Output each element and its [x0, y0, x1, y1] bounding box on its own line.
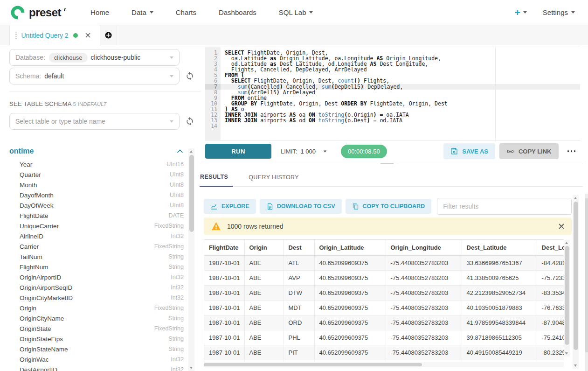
table-cell: -87.90480 — [537, 315, 564, 330]
column-header[interactable]: Origin_Longitude — [386, 240, 462, 255]
copy-clipboard-button[interactable]: COPY TO CLIPBOARD — [346, 199, 432, 214]
database-select[interactable]: Database: clickhouse clickhouse-public — [9, 49, 180, 66]
column-header[interactable]: Dest_Latitude — [462, 240, 537, 255]
column-type: Int32 — [171, 294, 184, 301]
column-name: OriginStateName — [20, 346, 68, 353]
table-select[interactable]: Select table or type table name — [9, 113, 180, 130]
column-list-item: OriginAirportSeqID Int32 — [9, 282, 194, 293]
download-csv-label: DOWNLOAD TO CSV — [277, 203, 335, 210]
close-alert-icon[interactable] — [559, 224, 564, 229]
scroll-up-arrow[interactable] — [574, 197, 577, 199]
code-line[interactable]: GROUP BY FlightDate, Origin, Dest ORDER … — [221, 101, 580, 106]
column-header[interactable]: FlightDate — [204, 240, 244, 255]
scrollbar-thumb[interactable] — [189, 155, 194, 232]
table-row[interactable]: 1987-10-01ABEAVP40.652099609375-75.44080… — [204, 270, 564, 285]
new-item-menu[interactable]: + — [515, 7, 527, 17]
copy-link-button[interactable]: COPY LINK — [499, 143, 559, 159]
sql-lab-page: preset Home Data Charts — [0, 0, 588, 371]
refresh-tables-icon[interactable] — [185, 117, 194, 126]
table-row[interactable]: 1987-10-01ABEDTW40.652099609375-75.44080… — [204, 285, 564, 300]
results-pane-scrollbar[interactable] — [573, 195, 579, 369]
download-csv-button[interactable]: DOWNLOAD TO CSV — [260, 199, 342, 214]
preset-logo[interactable]: preset — [9, 4, 65, 21]
tab-results[interactable]: RESULTS — [200, 174, 233, 187]
code-line[interactable]: Flights, Cancelled, DepDelayed, ArrDelay… — [221, 67, 580, 72]
scrollbar-thumb[interactable] — [574, 202, 578, 350]
brand-tick — [64, 8, 66, 11]
filter-results-input[interactable] — [437, 198, 572, 215]
table-schema-ontime[interactable]: ontime — [9, 147, 183, 155]
column-name: OriginCityMarketID — [20, 294, 73, 301]
scrollbar-thumb[interactable] — [204, 363, 422, 366]
table-row[interactable]: 1987-10-01ABEATL40.652099609375-75.44080… — [204, 255, 564, 270]
column-list-item: DayofMonth UInt8 — [9, 190, 194, 200]
column-list: Year UInt16 Quarter UInt8 Month UInt8 Da… — [9, 159, 194, 371]
column-name: OriginAirportSeqID — [20, 284, 72, 291]
close-tab-icon[interactable] — [85, 33, 90, 38]
splitter-handle[interactable] — [378, 162, 396, 166]
editor-code[interactable]: SELECT FlightDate, Origin, Dest, oa.Lati… — [221, 47, 580, 140]
chevron-down-icon — [170, 120, 173, 123]
scroll-down-arrow[interactable] — [565, 352, 568, 355]
scroll-up-arrow[interactable] — [565, 242, 568, 244]
save-as-button[interactable]: SAVE AS — [443, 143, 495, 159]
table-row[interactable]: 1987-10-01ABEORD40.652099609375-75.44080… — [204, 315, 564, 330]
column-name: Carrier — [20, 243, 39, 250]
nav-item[interactable]: SQL Lab — [268, 8, 325, 16]
table-row[interactable]: 1987-10-01ABEPHL40.652099609375-75.44080… — [204, 330, 564, 345]
table-name: ontime — [9, 147, 34, 155]
nav-item[interactable]: Charts — [165, 8, 208, 16]
line-number: 4 — [205, 67, 221, 72]
alert-text: 1000 rows returned — [227, 223, 284, 230]
code-line[interactable]: INNER JOIN airports AS od ON toString(o.… — [221, 118, 580, 123]
column-header[interactable]: Origin — [244, 240, 284, 255]
column-list-item: Carrier FixedString — [9, 241, 194, 252]
table-cell: ABE — [244, 330, 284, 345]
grid-scrollbar-vertical[interactable] — [564, 240, 570, 357]
code-line[interactable]: sum(ArrDel15) ArrDelayed — [221, 90, 580, 95]
nav-item[interactable]: Dashboards — [208, 8, 268, 16]
sql-editor[interactable]: 1234567891011121314 SELECT FlightDate, O… — [205, 47, 580, 140]
column-list-item: OriginAirportID Int32 — [9, 272, 194, 282]
scrollbar-thumb[interactable] — [565, 246, 569, 345]
nav-item-label: SQL Lab — [279, 8, 306, 16]
code-line[interactable] — [221, 123, 580, 129]
scroll-down-arrow[interactable] — [574, 364, 577, 367]
chevron-down-icon — [571, 11, 575, 14]
more-actions-button[interactable] — [563, 150, 581, 152]
grid-scrollbar-horizontal[interactable] — [204, 362, 564, 367]
refresh-schemas-icon[interactable] — [185, 71, 194, 81]
table-cell: ABE — [244, 255, 284, 270]
scroll-down-arrow[interactable] — [190, 367, 193, 369]
window-scrollbar[interactable] — [585, 194, 588, 371]
chevron-up-icon[interactable] — [177, 149, 183, 153]
column-header[interactable]: Origin_Latitude — [314, 240, 386, 255]
sidebar-scrollbar[interactable] — [188, 148, 194, 371]
scroll-up-arrow[interactable] — [190, 150, 193, 153]
limit-dropdown[interactable]: LIMIT: 1 000 — [281, 148, 327, 155]
new-query-tab-button[interactable] — [100, 25, 117, 45]
table-cell: 39.87189865112305 — [462, 330, 537, 345]
column-type: UInt8 — [170, 171, 184, 178]
settings-menu[interactable]: Settings — [543, 8, 575, 16]
brand-wordmark: preset — [29, 6, 61, 19]
tab-query-history[interactable]: QUERY HISTORY — [249, 174, 299, 186]
tab-untitled-query[interactable]: Untitled Query 2 — [9, 25, 100, 45]
explore-button[interactable]: EXPLORE — [204, 199, 256, 214]
column-list-item: Origin FixedString — [9, 303, 194, 313]
column-header[interactable]: Dest_Longitude — [537, 240, 564, 255]
table-cell: 40.652099609375 — [314, 345, 386, 360]
column-header[interactable]: Dest — [284, 240, 314, 255]
table-row[interactable]: 1987-10-01ABEPIT40.652099609375-75.44080… — [204, 345, 564, 360]
scrollbar-thumb[interactable] — [585, 198, 588, 352]
nav-item[interactable]: Home — [79, 8, 120, 16]
nav-item[interactable]: Data — [120, 8, 165, 16]
table-cell: 40.652099609375 — [314, 330, 386, 345]
heading-schema: DEFAULT — [83, 101, 107, 107]
schema-select[interactable]: Schema: default — [9, 68, 180, 84]
line-number: 5 — [205, 72, 221, 78]
drag-handle-icon[interactable] — [15, 32, 17, 39]
nav-item-label: Data — [131, 8, 146, 16]
table-row[interactable]: 1987-10-01ABEMDT40.652099609375-75.44080… — [204, 300, 564, 315]
run-button[interactable]: RUN — [205, 144, 271, 159]
